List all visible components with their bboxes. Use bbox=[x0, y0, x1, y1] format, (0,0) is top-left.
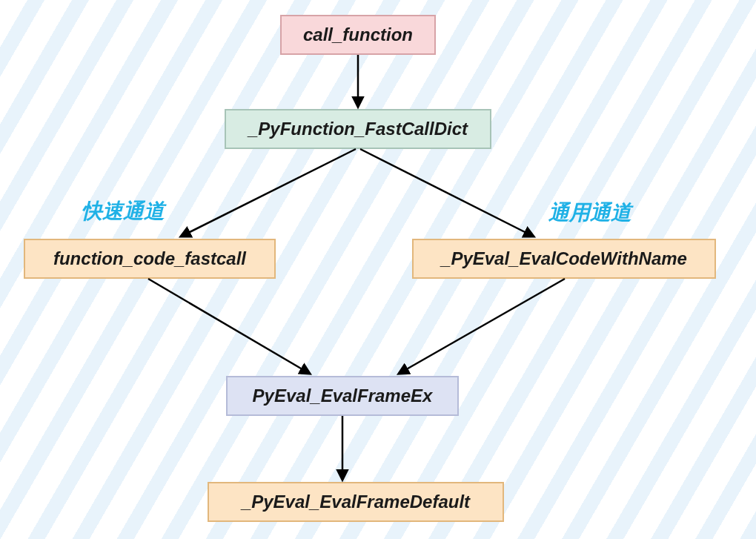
node-pyeval-evalcodewithname: _PyEval_EvalCodeWithName bbox=[412, 239, 716, 279]
edge-functioncodefastcall-to-evalframeex bbox=[148, 279, 310, 374]
edge-fastcalldict-to-functioncodefastcall bbox=[181, 149, 356, 237]
node-pyeval-evalframedefault: _PyEval_EvalFrameDefault bbox=[208, 482, 504, 522]
diagram-canvas: call_function _PyFunction_FastCallDict f… bbox=[0, 0, 756, 539]
label-general-path: 通用通道 bbox=[548, 199, 631, 227]
edge-fastcalldict-to-evalcodewithname bbox=[360, 149, 534, 237]
label-fast-path: 快速通道 bbox=[82, 197, 165, 225]
edge-evalcodewithname-to-evalframeex bbox=[399, 279, 565, 374]
node-pyfunction-fastcalldict: _PyFunction_FastCallDict bbox=[225, 109, 491, 149]
node-function-code-fastcall: function_code_fastcall bbox=[24, 239, 276, 279]
node-call-function: call_function bbox=[280, 15, 436, 55]
node-pyeval-evalframeex: PyEval_EvalFrameEx bbox=[226, 376, 459, 416]
